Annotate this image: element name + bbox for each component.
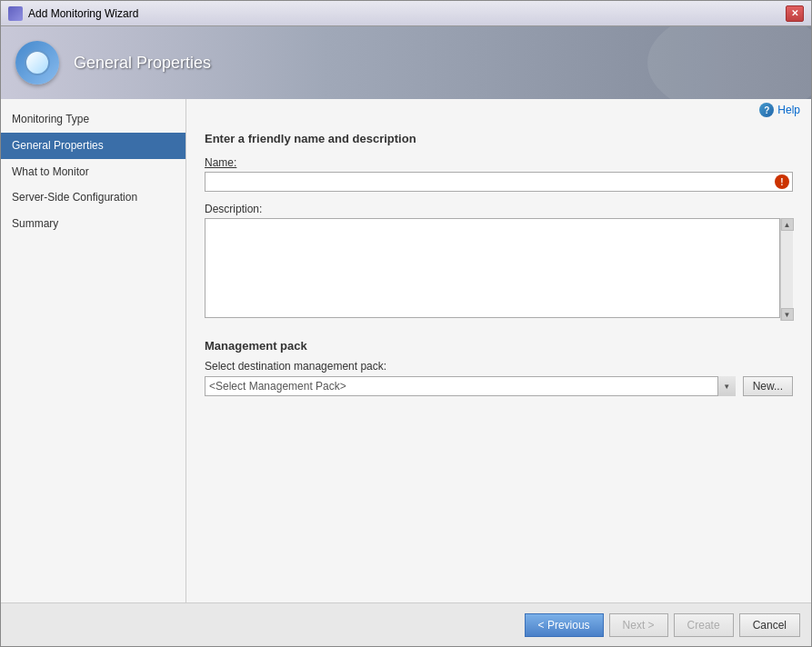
title-bar-icon <box>8 6 23 21</box>
name-label-text: Name: <box>205 156 236 169</box>
section-title: Enter a friendly name and description <box>205 132 793 145</box>
help-bar: ? Help <box>186 99 811 121</box>
close-button[interactable]: ✕ <box>786 5 804 22</box>
help-label: Help <box>777 104 800 116</box>
sidebar-item-monitoring-type[interactable]: Monitoring Type <box>1 106 185 133</box>
mgmt-pack-select[interactable]: <Select Management Pack> <box>205 376 736 396</box>
description-label: Description: <box>205 203 793 215</box>
new-button[interactable]: New... <box>743 376 793 396</box>
name-label: Name: <box>205 156 793 169</box>
mgmt-pack-select-label: Select destination management pack: <box>205 360 793 373</box>
sidebar-item-what-to-monitor[interactable]: What to Monitor <box>1 159 185 185</box>
scrollbar[interactable]: ▲ ▼ <box>780 218 793 321</box>
mgmt-pack-row: <Select Management Pack> ▼ New... <box>205 376 793 396</box>
cancel-button[interactable]: Cancel <box>739 613 800 637</box>
form-area: Enter a friendly name and description Na… <box>186 121 811 602</box>
validation-icon: ! <box>775 174 789 189</box>
mgmt-pack-select-wrapper: <Select Management Pack> ▼ <box>205 376 736 396</box>
sidebar: Monitoring Type General Properties What … <box>1 99 186 602</box>
title-bar-text: Add Monitoring Wizard <box>28 7 786 20</box>
content-area: Monitoring Type General Properties What … <box>1 99 811 602</box>
header-icon <box>15 41 59 85</box>
name-input-wrapper: ! <box>205 172 793 192</box>
management-pack-section: Management pack Select destination manag… <box>205 339 793 396</box>
create-button[interactable]: Create <box>674 613 734 637</box>
sidebar-item-general-properties[interactable]: General Properties <box>1 133 185 159</box>
description-textarea[interactable] <box>205 218 780 318</box>
footer: < Previous Next > Create Cancel <box>1 602 811 646</box>
description-label-text: Description: <box>205 203 262 215</box>
description-wrapper: ▲ ▼ <box>205 218 793 321</box>
name-input[interactable] <box>205 172 793 192</box>
main-window: Add Monitoring Wizard ✕ General Properti… <box>0 0 812 647</box>
header-bg-decoration <box>647 26 811 99</box>
previous-button[interactable]: < Previous <box>525 613 604 637</box>
header: General Properties <box>1 26 811 99</box>
scrollbar-down-arrow[interactable]: ▼ <box>781 308 794 321</box>
next-button[interactable]: Next > <box>609 613 668 637</box>
sidebar-item-server-side-config[interactable]: Server-Side Configuration <box>1 184 185 211</box>
sidebar-item-summary[interactable]: Summary <box>1 211 185 237</box>
help-icon: ? <box>759 103 774 117</box>
header-icon-inner <box>25 50 50 75</box>
header-title: General Properties <box>74 54 211 73</box>
main-panel: ? Help Enter a friendly name and descrip… <box>186 99 811 602</box>
title-bar: Add Monitoring Wizard ✕ <box>1 1 811 26</box>
help-link[interactable]: ? Help <box>759 103 800 117</box>
mgmt-pack-title: Management pack <box>205 339 793 354</box>
scrollbar-up-arrow[interactable]: ▲ <box>781 218 794 231</box>
